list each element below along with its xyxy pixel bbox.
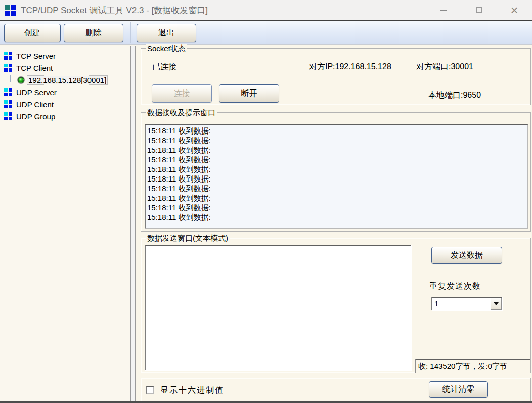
- send-group: 数据发送窗口(文本模式) 发送数据 重复发送次数 1 收: 143520字节，发…: [141, 238, 531, 373]
- tree-item-udp-client[interactable]: UDP Client: [0, 98, 130, 110]
- maximize-icon: [476, 7, 482, 13]
- send-textarea[interactable]: [145, 245, 411, 370]
- connection-socket-icon: [18, 77, 24, 83]
- tree-item-udp-group[interactable]: UDP Group: [0, 110, 130, 122]
- byte-counter-text: 收: 143520字节，发:0字节: [415, 359, 530, 373]
- tree-item-udp-server[interactable]: UDP Server: [0, 86, 130, 98]
- minimize-button[interactable]: [426, 0, 461, 20]
- tree-item-tcp-server[interactable]: TCP Server: [0, 50, 130, 62]
- close-button[interactable]: ×: [497, 0, 532, 20]
- socket-type-icon: [4, 52, 13, 60]
- window-bottom-edge: [0, 401, 532, 403]
- panel-splitter[interactable]: [130, 46, 136, 401]
- socket-status-group: Socket状态 已连接 对方IP:192.168.15.128 对方端口:30…: [141, 48, 531, 105]
- receive-log[interactable]: 15:18:11 收到数据: 15:18:11 收到数据: 15:18:11 收…: [145, 124, 528, 229]
- close-icon: ×: [510, 4, 518, 17]
- chevron-down-icon: [494, 302, 499, 305]
- socket-type-icon: [4, 100, 13, 109]
- hex-display-checkbox[interactable]: [146, 386, 154, 394]
- options-group: 显示十六进制值 统计清零: [141, 378, 531, 403]
- disconnect-button[interactable]: 断开: [219, 84, 279, 103]
- create-button[interactable]: 创建: [4, 24, 61, 42]
- toolbar-separator: [130, 22, 131, 43]
- send-data-button[interactable]: 发送数据: [431, 247, 502, 264]
- socket-type-icon: [4, 112, 13, 121]
- clear-stats-button[interactable]: 统计清零: [429, 381, 488, 398]
- local-port-text: 本地端口:9650: [428, 90, 481, 101]
- minimize-icon: [440, 10, 447, 11]
- tree-item-label: TCP Server: [16, 52, 56, 60]
- hex-display-label[interactable]: 显示十六进制值: [160, 385, 224, 396]
- tree-item-label: UDP Server: [16, 88, 57, 97]
- toolbar: 创建 删除 退出: [0, 21, 532, 45]
- tree-item-label: UDP Client: [16, 100, 54, 109]
- connection-tree: TCP Server TCP Client 192.168.15.128[300…: [0, 46, 130, 401]
- maximize-button[interactable]: [461, 0, 497, 20]
- socket-type-icon: [4, 88, 13, 97]
- tree-item-label: UDP Group: [16, 112, 55, 121]
- connection-status-text: 已连接: [152, 62, 176, 72]
- combobox-dropdown-button[interactable]: [491, 298, 502, 310]
- peer-port-text: 对方端口:30001: [416, 62, 473, 72]
- receive-group: 数据接收及提示窗口 15:18:11 收到数据: 15:18:11 收到数据: …: [141, 112, 531, 232]
- socket-status-group-title: Socket状态: [146, 44, 187, 53]
- peer-ip-text: 对方IP:192.168.15.128: [309, 62, 391, 72]
- exit-button[interactable]: 退出: [137, 24, 196, 42]
- connect-button[interactable]: 连接: [152, 84, 212, 103]
- title-bar: TCP/UDP Socket 调试工具 V2.3 - [数据收发窗口] ×: [0, 0, 532, 20]
- window-controls: ×: [426, 0, 532, 20]
- socket-type-icon: [4, 64, 13, 72]
- tree-item-tcp-client[interactable]: TCP Client: [0, 62, 130, 74]
- repeat-count-label: 重复发送次数: [429, 281, 481, 292]
- tree-item-label-selected: 192.168.15.128[30001]: [27, 76, 107, 84]
- tree-item-connection[interactable]: 192.168.15.128[30001]: [0, 74, 130, 86]
- app-icon: [5, 5, 16, 16]
- tree-item-label: TCP Client: [16, 64, 53, 72]
- send-group-title: 数据发送窗口(文本模式): [146, 234, 230, 242]
- repeat-count-value: 1: [432, 298, 491, 310]
- data-exchange-panel: Socket状态 已连接 对方IP:192.168.15.128 对方端口:30…: [136, 46, 532, 401]
- receive-group-title: 数据接收及提示窗口: [146, 108, 217, 117]
- repeat-count-combobox[interactable]: 1: [431, 297, 502, 310]
- delete-button[interactable]: 删除: [64, 24, 123, 42]
- tree-elbow-line: [10, 75, 16, 82]
- window-title: TCP/UDP Socket 调试工具 V2.3 - [数据收发窗口]: [21, 5, 208, 16]
